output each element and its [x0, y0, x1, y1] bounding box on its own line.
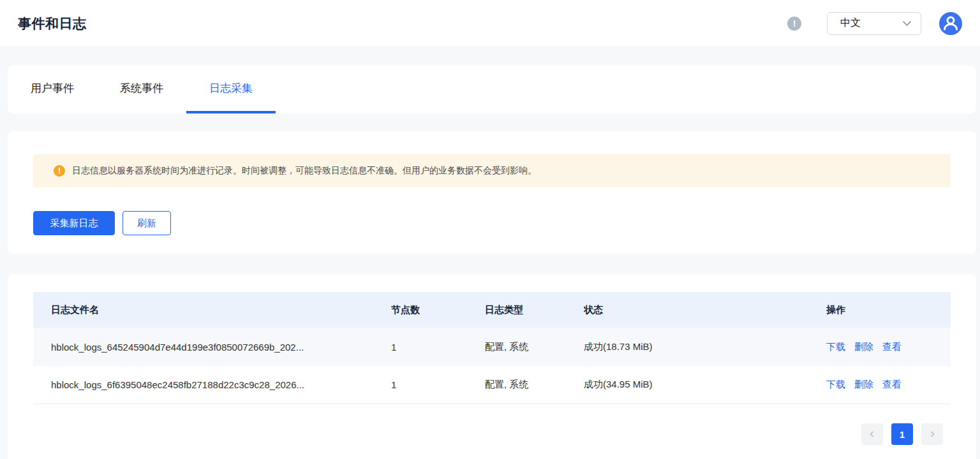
warning-banner: ! 日志信息以服务器系统时间为准进行记录。时间被调整，可能导致日志信息不准确。但…: [33, 154, 951, 187]
tab-system-events[interactable]: 系统事件: [97, 66, 186, 113]
tab-log-collection[interactable]: 日志采集: [186, 66, 276, 113]
language-select[interactable]: 中文: [827, 12, 921, 35]
log-filename: hblock_logs_6f6395048ec2458fb27188d22c3c…: [33, 379, 391, 390]
table-row: hblock_logs_6f6395048ec2458fb27188d22c3c…: [33, 366, 951, 404]
view-link[interactable]: 查看: [882, 379, 902, 391]
collect-new-logs-button[interactable]: 采集新日志: [33, 211, 115, 235]
log-status: 成功(34.95 MiB): [584, 379, 826, 391]
tab-user-events[interactable]: 用户事件: [8, 66, 97, 113]
log-filename: hblock_logs_645245904d7e44d199e3f0850072…: [33, 342, 391, 353]
delete-link[interactable]: 删除: [854, 341, 873, 353]
column-header-nodes: 节点数: [391, 304, 485, 316]
top-header-bar: 事件和日志 ! 中文: [0, 0, 980, 47]
refresh-button[interactable]: 刷新: [122, 211, 171, 235]
chevron-left-icon: [868, 430, 877, 439]
user-icon: [939, 12, 962, 35]
next-page-button[interactable]: [921, 423, 943, 445]
column-header-filename: 日志文件名: [33, 304, 391, 316]
previous-page-button[interactable]: [861, 423, 883, 445]
node-count: 1: [391, 342, 485, 353]
row-actions: 下载 删除 查看: [826, 379, 951, 391]
page-number-button[interactable]: 1: [891, 423, 913, 445]
warning-text: 日志信息以服务器系统时间为准进行记录。时间被调整，可能导致日志信息不准确。但用户…: [72, 165, 537, 177]
row-actions: 下载 删除 查看: [826, 341, 951, 353]
column-header-type: 日志类型: [485, 304, 584, 316]
table-row: hblock_logs_645245904d7e44d199e3f0850072…: [33, 328, 951, 366]
log-table-card: 日志文件名 节点数 日志类型 状态 操作 hblock_logs_6452459…: [8, 274, 976, 459]
log-table: 日志文件名 节点数 日志类型 状态 操作 hblock_logs_6452459…: [33, 292, 951, 404]
topbar-right-group: ! 中文: [787, 12, 962, 35]
delete-link[interactable]: 删除: [854, 379, 873, 391]
log-collection-panel: ! 日志信息以服务器系统时间为准进行记录。时间被调整，可能导致日志信息不准确。但…: [8, 131, 976, 254]
table-header-row: 日志文件名 节点数 日志类型 状态 操作: [33, 292, 951, 328]
log-type: 配置, 系统: [485, 341, 584, 353]
page-title: 事件和日志: [18, 15, 87, 33]
log-type: 配置, 系统: [485, 379, 584, 391]
pagination: 1: [8, 423, 943, 445]
download-link[interactable]: 下载: [826, 379, 845, 391]
language-select-value: 中文: [840, 17, 861, 30]
chevron-right-icon: [928, 430, 937, 439]
user-avatar[interactable]: [939, 12, 962, 35]
tabs-card: 用户事件 系统事件 日志采集: [8, 66, 976, 113]
view-link[interactable]: 查看: [882, 341, 902, 353]
log-status: 成功(18.73 MiB): [584, 341, 826, 353]
warning-icon: !: [54, 165, 65, 177]
column-header-actions: 操作: [826, 304, 951, 316]
notice-icon[interactable]: !: [787, 17, 801, 31]
chevron-down-icon: [902, 20, 912, 26]
column-header-status: 状态: [584, 304, 826, 316]
node-count: 1: [391, 379, 485, 390]
toolbar: 采集新日志 刷新: [33, 211, 951, 235]
download-link[interactable]: 下载: [826, 341, 845, 353]
